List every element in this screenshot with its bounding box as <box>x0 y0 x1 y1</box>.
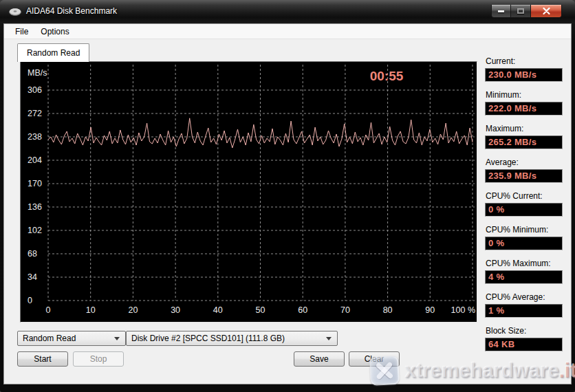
stat-label: CPU% Maximum: <box>486 259 563 268</box>
stat-item: CPU% Maximum:4 % <box>485 259 563 284</box>
drive-select[interactable]: Disk Drive #2 [SPCC SSD101] (111.8 GB) <box>126 331 338 346</box>
stat-item: Current:230.0 MB/s <box>485 56 563 82</box>
svg-text:204: 204 <box>28 155 42 165</box>
stat-item: CPU% Current:0 % <box>485 191 563 217</box>
svg-text:100 %: 100 % <box>451 305 475 315</box>
stat-label: CPU% Average: <box>486 292 563 302</box>
stat-value: 4 % <box>485 270 563 284</box>
stat-label: CPU% Minimum: <box>486 225 563 235</box>
svg-text:50: 50 <box>256 305 265 315</box>
app-window: AIDA64 Disk Benchmark File Options Rando… <box>0 0 575 392</box>
svg-text:70: 70 <box>340 305 350 315</box>
chevron-down-icon <box>114 337 120 340</box>
chart-axis-labels: MB/s306272238204170136102683400102030405… <box>28 68 475 315</box>
svg-text:68: 68 <box>28 249 37 259</box>
chevron-down-icon <box>326 337 332 340</box>
stat-label: Block Size: <box>486 326 563 336</box>
stat-value: 0 % <box>485 203 563 217</box>
benchmark-select[interactable]: Random Read <box>17 331 126 346</box>
svg-text:0: 0 <box>46 305 51 315</box>
svg-text:10: 10 <box>86 305 96 315</box>
tab-random-read[interactable]: Random Read <box>17 43 89 62</box>
stop-button[interactable]: Stop <box>73 351 124 367</box>
minimize-button[interactable] <box>491 5 511 18</box>
stat-item: CPU% Average:1 % <box>485 292 563 318</box>
maximize-button[interactable] <box>511 5 530 18</box>
stat-item: Block Size:64 KB <box>485 326 563 351</box>
svg-text:0: 0 <box>28 296 32 305</box>
svg-text:20: 20 <box>128 305 138 315</box>
menu-file[interactable]: File <box>9 25 34 39</box>
svg-text:34: 34 <box>28 272 37 282</box>
svg-text:136: 136 <box>28 202 42 212</box>
benchmark-select-value: Random Read <box>23 334 76 343</box>
window-title: AIDA64 Disk Benchmark <box>26 0 117 22</box>
disk-drive-icon <box>9 8 21 17</box>
svg-text:272: 272 <box>28 109 42 118</box>
maximize-icon <box>517 8 524 14</box>
chart-gridlines <box>48 65 475 301</box>
stat-value: 230.0 MB/s <box>485 68 563 82</box>
stat-item: CPU% Minimum:0 % <box>485 225 563 250</box>
svg-text:90: 90 <box>425 305 435 315</box>
stat-label: Average: <box>486 157 563 167</box>
svg-text:102: 102 <box>28 226 42 235</box>
close-button[interactable] <box>530 5 562 18</box>
save-button[interactable]: Save <box>294 351 345 367</box>
stats-panel: Current:230.0 MB/sMinimum:222.0 MB/sMaxi… <box>485 56 563 360</box>
svg-text:40: 40 <box>213 305 223 315</box>
stat-label: Current: <box>486 56 563 66</box>
stat-value: 1 % <box>485 304 563 318</box>
svg-text:80: 80 <box>383 305 393 315</box>
benchmark-chart: MB/s306272238204170136102683400102030405… <box>21 62 477 322</box>
svg-text:306: 306 <box>28 85 42 95</box>
stat-label: CPU% Current: <box>486 191 563 201</box>
svg-text:238: 238 <box>28 132 42 142</box>
stat-value: 265.2 MB/s <box>485 135 563 149</box>
stat-label: Minimum: <box>486 90 563 100</box>
stat-value: 222.0 MB/s <box>485 102 563 116</box>
svg-text:MB/s: MB/s <box>28 68 47 78</box>
svg-text:30: 30 <box>171 305 180 315</box>
elapsed-time: 00:55 <box>370 69 404 83</box>
svg-text:60: 60 <box>298 305 307 315</box>
minimize-icon <box>498 10 504 12</box>
start-button[interactable]: Start <box>17 351 68 367</box>
window-controls <box>491 5 562 18</box>
drive-select-value: Disk Drive #2 [SPCC SSD101] (111.8 GB) <box>131 334 285 343</box>
stat-item: Maximum:265.2 MB/s <box>485 124 563 149</box>
menubar: File Options <box>4 24 571 39</box>
stat-value: 0 % <box>485 237 563 250</box>
stat-value: 64 KB <box>485 338 563 351</box>
stat-item: Minimum:222.0 MB/s <box>485 90 563 116</box>
clear-button[interactable]: Clear <box>349 351 400 367</box>
client-area: File Options Random Read MB/s30627223820… <box>3 23 572 384</box>
menu-options[interactable]: Options <box>34 25 75 39</box>
close-icon <box>543 8 550 14</box>
stat-value: 235.9 MB/s <box>485 169 563 183</box>
svg-text:170: 170 <box>28 179 42 188</box>
stat-label: Maximum: <box>486 124 563 133</box>
titlebar: AIDA64 Disk Benchmark <box>0 0 575 23</box>
stat-item: Average:235.9 MB/s <box>485 157 563 183</box>
chart-panel: MB/s306272238204170136102683400102030405… <box>20 61 477 323</box>
